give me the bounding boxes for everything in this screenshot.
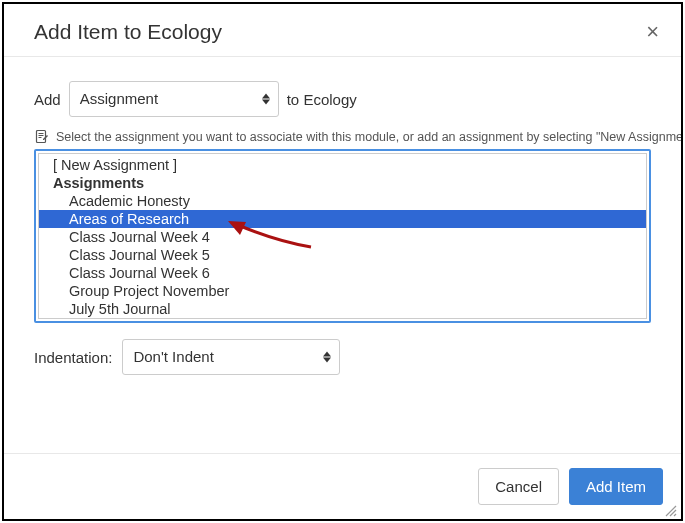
assignment-listbox[interactable]: [ New Assignment ]AssignmentsAcademic Ho… (38, 153, 647, 319)
list-item[interactable]: July 5th Journal (39, 300, 646, 318)
list-item[interactable]: Areas of Research (39, 210, 646, 228)
modal-body: Add Assignment to Ecology Select the as (4, 57, 681, 453)
indentation-select[interactable]: Don't Indent (122, 339, 340, 375)
cancel-button[interactable]: Cancel (478, 468, 559, 505)
modal-title: Add Item to Ecology (34, 20, 222, 44)
list-item[interactable]: Class Journal Week 5 (39, 246, 646, 264)
hint-text: Select the assignment you want to associ… (56, 130, 681, 144)
chevron-updown-icon (262, 94, 270, 105)
chevron-updown-icon (323, 352, 331, 363)
modal-header: Add Item to Ecology × (4, 4, 681, 57)
indentation-label: Indentation: (34, 349, 112, 366)
assignment-listbox-wrap: [ New Assignment ]AssignmentsAcademic Ho… (34, 149, 651, 323)
add-type-row: Add Assignment to Ecology (34, 81, 651, 117)
add-item-modal: Add Item to Ecology × Add Assignment to … (2, 2, 683, 521)
resize-grip-icon[interactable] (663, 503, 677, 517)
list-item[interactable]: Academic Honesty (39, 192, 646, 210)
hint-row: Select the assignment you want to associ… (34, 129, 651, 145)
svg-rect-0 (37, 131, 46, 143)
add-item-button[interactable]: Add Item (569, 468, 663, 505)
add-suffix-label: to Ecology (287, 91, 357, 108)
indentation-value: Don't Indent (123, 340, 339, 374)
list-item[interactable]: [ New Assignment ] (39, 156, 646, 174)
item-type-select[interactable]: Assignment (69, 81, 279, 117)
list-item[interactable]: Class Journal Week 4 (39, 228, 646, 246)
indentation-row: Indentation: Don't Indent (34, 339, 651, 375)
list-item[interactable]: Group Project November (39, 282, 646, 300)
list-item[interactable]: Class Journal Week 6 (39, 264, 646, 282)
document-edit-icon (34, 129, 50, 145)
svg-line-7 (674, 514, 676, 516)
add-prefix-label: Add (34, 91, 61, 108)
item-type-value: Assignment (70, 82, 278, 116)
list-item[interactable]: Assignments (39, 174, 646, 192)
modal-footer: Cancel Add Item (4, 453, 681, 519)
close-icon[interactable]: × (646, 21, 659, 43)
